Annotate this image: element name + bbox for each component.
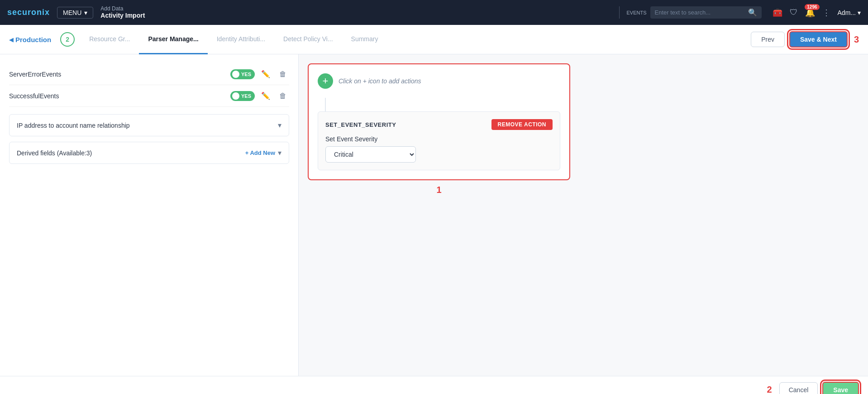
ip-relationship-accordion: IP address to account name relationship … <box>9 114 289 136</box>
production-label: Production <box>15 36 51 43</box>
search-wrapper: 🔍 <box>650 6 762 19</box>
toggle-wrap-server-error: YES ✏️ 🗑 <box>230 68 289 80</box>
add-action-row: + Click on + icon to add actions <box>318 73 560 89</box>
action-type-label: SET_EVENT_SEVERITY <box>325 121 396 128</box>
set-event-label: Set Event Severity <box>325 135 553 143</box>
event-name-server-error: ServerErrorEvents <box>9 71 230 78</box>
action-box: + Click on + icon to add actions SET_EVE… <box>308 63 570 180</box>
bottom-bar: 2 Cancel Save <box>0 376 868 394</box>
chevron-down-icon: ▾ <box>278 121 281 130</box>
left-panel: ServerErrorEvents YES ✏️ 🗑 SuccessfulEve… <box>0 54 299 376</box>
add-action-button[interactable]: + <box>318 73 333 89</box>
delete-successful-button[interactable]: 🗑 <box>277 90 289 102</box>
bell-icon[interactable]: 🔔 1296 <box>805 8 815 18</box>
search-area: EVENTS 🔍 <box>619 6 762 19</box>
derived-fields-accordion: Derived fields (Available:3) + Add New ▾ <box>9 142 289 164</box>
right-panel: + Click on + icon to add actions SET_EVE… <box>299 54 868 376</box>
add-action-hint: Click on + icon to add actions <box>339 77 421 85</box>
save-button[interactable]: Save <box>822 382 859 394</box>
chevron-down-icon: ▾ <box>84 9 87 16</box>
derived-fields-title: Derived fields (Available:3) <box>17 149 92 157</box>
action-card: SET_EVENT_SEVERITY REMOVE ACTION Set Eve… <box>318 111 560 170</box>
toggle-server-error[interactable]: YES <box>230 69 255 79</box>
save-next-button[interactable]: Save & Next <box>789 31 848 48</box>
logo: securonix <box>7 8 50 17</box>
wizard-steps: Resource Gr... Parser Manage... Identity… <box>80 25 751 54</box>
back-button[interactable]: ◀ Production <box>9 36 51 43</box>
edit-successful-button[interactable]: ✏️ <box>258 90 273 102</box>
connector-line <box>325 98 326 111</box>
main-content: ServerErrorEvents YES ✏️ 🗑 SuccessfulEve… <box>0 54 868 376</box>
wizard-header: ◀ Production 2 Resource Gr... Parser Man… <box>0 25 868 54</box>
search-icon[interactable]: 🔍 <box>748 8 757 17</box>
more-icon[interactable]: ⋮ <box>822 8 830 18</box>
toggle-successful[interactable]: YES <box>230 91 255 101</box>
server-error-events-row: ServerErrorEvents YES ✏️ 🗑 <box>9 63 289 85</box>
tab-detect-policy[interactable]: Detect Policy Vi... <box>274 25 342 54</box>
menu-button[interactable]: MENU ▾ <box>57 7 93 19</box>
back-arrow-icon: ◀ <box>9 36 14 43</box>
notification-badge: 1296 <box>805 4 819 10</box>
wizard-actions: Prev Save & Next 3 <box>751 31 859 48</box>
toggle-circle <box>232 92 239 100</box>
event-name-successful: SuccessfulEvents <box>9 92 230 100</box>
severity-select[interactable]: Critical High Medium Low Informational <box>325 146 416 163</box>
delete-server-error-button[interactable]: 🗑 <box>277 68 289 80</box>
search-input[interactable] <box>655 9 745 16</box>
events-label: EVENTS <box>627 10 647 15</box>
user-menu-button[interactable]: Adm... ▾ <box>838 9 861 16</box>
derived-actions: + Add New ▾ <box>245 149 281 157</box>
successful-events-row: SuccessfulEvents YES ✏️ 🗑 <box>9 85 289 107</box>
shield-icon[interactable]: 🛡 <box>790 8 798 17</box>
annotation-2: 2 <box>767 384 772 394</box>
nav-icons: 🧰 🛡 🔔 1296 ⋮ Adm... ▾ <box>773 8 861 18</box>
toggle-circle <box>232 71 239 78</box>
cancel-button[interactable]: Cancel <box>779 382 818 394</box>
toggle-wrap-successful: YES ✏️ 🗑 <box>230 90 289 102</box>
add-new-button[interactable]: + Add New <box>245 149 275 156</box>
derived-accordion-header[interactable]: Derived fields (Available:3) + Add New ▾ <box>10 142 289 163</box>
prev-button[interactable]: Prev <box>751 32 785 47</box>
annotation-3: 3 <box>854 34 859 45</box>
ip-accordion-header[interactable]: IP address to account name relationship … <box>10 115 289 136</box>
top-navigation: securonix MENU ▾ Add Data Activity Impor… <box>0 0 868 25</box>
step-badge: 2 <box>60 32 75 47</box>
annotation-1: 1 <box>436 185 441 195</box>
chevron-down-icon: ▾ <box>858 9 861 16</box>
chevron-down-icon: ▾ <box>278 149 281 157</box>
edit-server-error-button[interactable]: ✏️ <box>258 68 273 80</box>
remove-action-button[interactable]: REMOVE ACTION <box>491 119 553 130</box>
tab-parser-manage[interactable]: Parser Manage... <box>139 25 207 54</box>
ip-accordion-title: IP address to account name relationship <box>17 122 130 129</box>
tab-identity-attributes[interactable]: Identity Attributi... <box>208 25 274 54</box>
breadcrumb: Add Data Activity Import <box>100 5 611 19</box>
tab-resource-group[interactable]: Resource Gr... <box>80 25 139 54</box>
tab-summary[interactable]: Summary <box>342 25 387 54</box>
action-card-header: SET_EVENT_SEVERITY REMOVE ACTION <box>325 119 553 130</box>
briefcase-icon[interactable]: 🧰 <box>773 8 782 18</box>
